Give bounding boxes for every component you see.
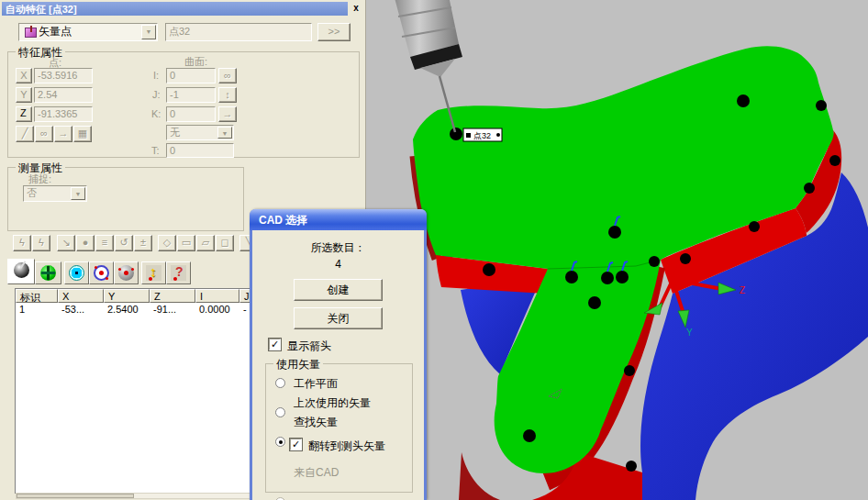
feature-properties-group: 特征属性 点: 曲面: X -53.5916 Y 2.54 -91.3365 Z… — [7, 51, 360, 158]
probe-point-button[interactable]: ↘ — [57, 235, 75, 251]
check-icon: ✓ — [271, 339, 279, 350]
diagonal-icon: ╱ — [22, 128, 28, 139]
flip-to-probe-checkbox[interactable]: ✓ — [290, 439, 302, 450]
cad-dialog-titlebar[interactable]: CAD 选择 — [250, 209, 427, 230]
vector-type-select[interactable]: 无 ▼ — [166, 125, 234, 140]
vector-type-value: 无 — [170, 127, 180, 138]
selected-count-value: 4 — [252, 258, 424, 271]
radio-find-vector[interactable] — [275, 437, 285, 447]
align-vector-button[interactable]: → — [218, 106, 237, 122]
eye-icon — [69, 265, 84, 281]
goto-icon: → — [223, 108, 233, 119]
rect-icon: ▭ — [182, 237, 191, 248]
lightning-icon: ϟ — [19, 237, 25, 248]
check-icon: ✓ — [292, 439, 300, 450]
snap-select[interactable]: 否 ▼ — [23, 185, 87, 202]
tab-graphics[interactable] — [89, 261, 114, 284]
tab-view[interactable] — [64, 261, 89, 284]
j-label: J: — [152, 89, 161, 100]
radio-last-vector-label: 上次使用的矢量 — [294, 395, 371, 411]
chevron-down-icon[interactable]: ▼ — [71, 187, 85, 200]
rotate-button[interactable]: ↺ — [115, 235, 133, 251]
radio-last-vector[interactable] — [275, 407, 285, 417]
cell-id: 1 — [16, 303, 58, 316]
create-button[interactable]: 创建 — [294, 279, 383, 301]
diagonal-mode-button[interactable]: ╱ — [16, 126, 34, 142]
column-header[interactable]: I — [195, 289, 239, 303]
x-axis-button[interactable]: X — [16, 68, 32, 83]
k-label: K: — [151, 108, 161, 119]
close-icon[interactable]: x — [349, 1, 363, 15]
grid-icon: ▦ — [78, 128, 87, 139]
x-value-field[interactable]: -53.5916 — [34, 68, 93, 83]
updown-arrow-icon — [146, 265, 161, 281]
diamond-icon: ◇ — [163, 237, 171, 248]
green-crosshair-icon — [40, 265, 56, 281]
selected-count-label: 所选数目： — [252, 240, 424, 256]
tab-contact-probe[interactable] — [7, 259, 35, 284]
dialog-titlebar[interactable]: 自动特征 [点32] — [2, 2, 348, 16]
cad-3d-viewport[interactable]: Z Y 点32 — [366, 0, 868, 500]
vector-point-icon — [25, 28, 37, 38]
i-value-field[interactable]: 0 — [166, 68, 216, 83]
cad-selection-dialog: CAD 选择 所选数目： 4 创建 关闭 ✓ 显示箭头 使用矢量 工作平面 上次… — [250, 209, 427, 500]
lightning-icon: ϟ — [39, 237, 44, 248]
y-value-field[interactable]: 2.54 — [34, 87, 93, 103]
cell-y: 2.5400 — [104, 303, 150, 316]
t-value-field[interactable]: 0 — [166, 143, 234, 158]
use-vector-label: 使用矢量 — [273, 357, 323, 372]
bars-icon: ≡ — [102, 237, 107, 248]
radio-working-plane-label: 工作平面 — [294, 376, 338, 392]
target-icon — [94, 265, 109, 281]
pattern-button[interactable]: ◇ — [158, 235, 176, 251]
grid-snap-button[interactable]: ▦ — [73, 126, 92, 142]
column-header[interactable]: Y — [104, 289, 150, 303]
tab-sphere-points[interactable] — [114, 261, 139, 284]
tab-help[interactable] — [166, 261, 191, 284]
axis-z-label: Z — [740, 285, 745, 295]
tab-depth[interactable] — [141, 261, 166, 284]
dot-icon: ● — [83, 237, 89, 248]
scrollbar-thumb[interactable] — [17, 494, 134, 498]
flip-to-probe-label: 翻转到测头矢量 — [308, 439, 385, 454]
expand-button[interactable]: >> — [317, 23, 351, 41]
point-label-text: 点32 — [473, 131, 491, 140]
radio-working-plane[interactable] — [275, 378, 285, 388]
j-value-field[interactable]: -1 — [166, 87, 216, 103]
flip-vector-button[interactable]: ↕ — [218, 87, 237, 103]
chevron-down-icon[interactable]: ▼ — [217, 127, 232, 139]
feature-type-combo[interactable]: 矢量点 ▼ — [18, 23, 158, 41]
tab-target[interactable] — [35, 261, 61, 284]
find-surface-button[interactable]: ∞ — [218, 68, 237, 83]
z-value-field[interactable]: -91.3365 — [34, 106, 93, 122]
close-button[interactable]: 关闭 — [294, 307, 383, 329]
column-header[interactable]: Z — [150, 289, 195, 303]
move-to-point-button[interactable]: → — [54, 126, 72, 142]
chevron-down-icon[interactable]: ▼ — [141, 25, 156, 39]
cell-x: -53... — [58, 303, 104, 316]
find-point-button[interactable]: ∞ — [35, 126, 53, 142]
measure-properties-group: 测量属性 捕捉: 否 ▼ — [7, 167, 244, 231]
frame-button[interactable]: ▭ — [177, 235, 195, 251]
path-button[interactable]: ▱ — [196, 235, 215, 251]
column-header[interactable]: 标识 — [16, 289, 58, 303]
use-vector-group: 使用矢量 工作平面 上次使用的矢量 查找矢量 ✓ 翻转到测头矢量 来自CAD — [265, 363, 413, 493]
y-axis-button[interactable]: Y — [16, 87, 32, 103]
binoculars-icon: ∞ — [224, 70, 231, 81]
column-header[interactable]: X — [58, 289, 104, 303]
dcc-mode-button[interactable]: ϟ — [13, 235, 31, 251]
plus-minus-icon: ± — [140, 237, 146, 248]
question-icon — [171, 265, 186, 281]
program-mode-button[interactable]: ϟ — [32, 235, 50, 251]
show-arrows-label: 显示箭头 — [287, 339, 331, 354]
offset-button[interactable]: ± — [134, 235, 152, 251]
box-button[interactable]: ◻ — [216, 235, 234, 251]
show-arrows-checkbox[interactable]: ✓ — [269, 339, 281, 350]
sphere-button[interactable]: ● — [76, 235, 95, 251]
t-label: T: — [151, 145, 160, 156]
k-value-field[interactable]: 0 — [166, 106, 216, 122]
feature-name-field[interactable]: 点32 — [165, 23, 312, 41]
probe-sphere-icon — [14, 262, 29, 278]
radio-from-cad-label: 来自CAD — [294, 465, 339, 481]
workplane-button[interactable]: ≡ — [95, 235, 114, 251]
